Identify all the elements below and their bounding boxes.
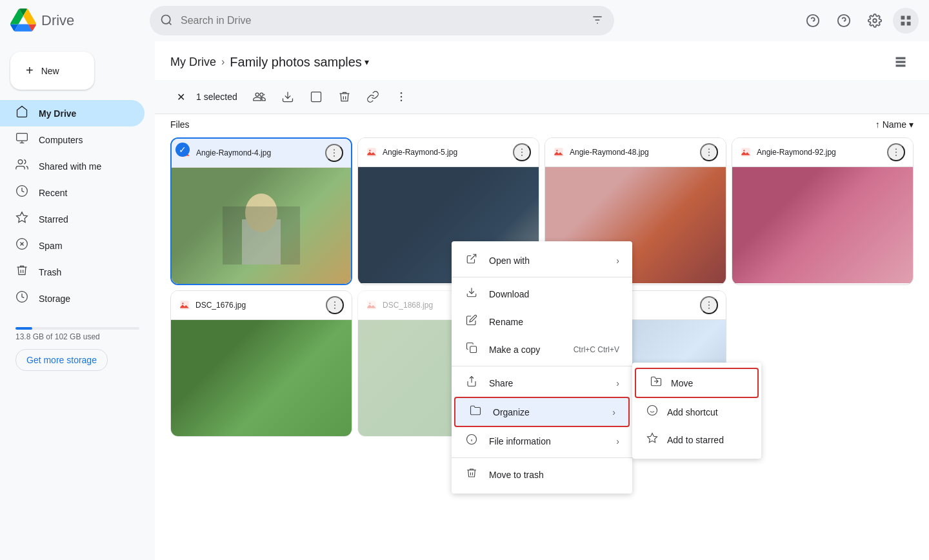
sidebar-item-label: Shared with me [39,161,129,172]
image-file-icon [740,146,752,158]
link-selected-button[interactable] [361,85,385,108]
svg-point-16 [18,160,23,165]
file-name: DSC_1676.jpg [195,301,246,310]
file-menu-button[interactable] [700,296,718,314]
ctx-file-info[interactable]: File information › [452,427,632,455]
sidebar-item-label: Trash [39,267,129,277]
header-right-icons [888,49,914,75]
file-card-angie4[interactable]: Angie-Raymond-4.jpg [170,137,352,285]
ctx-file-info-label: File information [489,436,606,446]
file-info: Angie-Raymond-92.jpg [740,146,836,158]
organize-submenu: Move Add shortcut Add to starred [632,363,761,459]
photo-preview-outdoor [171,320,352,436]
svg-point-51 [895,152,897,153]
svg-rect-13 [17,134,28,141]
svg-point-67 [708,308,710,309]
submenu-add-starred[interactable]: Add to starred [632,426,761,454]
sidebar-item-trash[interactable]: Trash [0,259,145,285]
breadcrumb-current[interactable]: Family photos samples ▾ [230,55,369,70]
svg-point-27 [401,92,403,94]
search-bar[interactable] [150,6,614,35]
file-card-header: Angie-Raymond-5.jpg [358,138,539,167]
svg-rect-58 [367,301,376,310]
sort-button[interactable]: ↑ Name ▾ [875,119,914,130]
check-overlay: ✓ [175,143,190,157]
ctx-rename-label: Rename [489,317,619,327]
file-card-header: Angie-Raymond-92.jpg [732,138,913,167]
sidebar-item-recent[interactable]: Recent [0,179,145,206]
svg-rect-11 [901,22,905,26]
ctx-share[interactable]: Share › [452,369,632,397]
recent-icon [15,185,28,201]
submenu-move-label: Move [671,378,744,388]
ctx-organize-label: Organize [493,407,602,417]
svg-rect-43 [554,148,563,157]
ctx-move-trash[interactable]: Move to trash [452,461,632,488]
storage-icon [15,290,28,306]
share-selected-button[interactable] [248,85,271,108]
storage-bar-bg [15,327,139,330]
file-menu-button[interactable] [887,143,905,161]
file-name: Angie-Raymond-5.jpg [383,148,457,157]
svg-marker-18 [17,212,28,223]
svg-point-8 [873,19,877,23]
sidebar-item-my-drive[interactable]: My Drive [0,100,145,126]
new-button-label: New [41,66,59,76]
sidebar-item-shared[interactable]: Shared with me [0,153,145,179]
content-header: My Drive › Family photos samples ▾ [155,41,929,80]
ctx-make-copy[interactable]: Make a copy Ctrl+C Ctrl+V [452,335,632,363]
search-filter-icon[interactable] [591,14,604,28]
file-info: DSC_1676.jpg [179,299,246,311]
file-menu-button[interactable] [513,143,531,161]
support-icon[interactable] [800,8,826,34]
file-card-dsc1676[interactable]: DSC_1676.jpg [170,290,352,437]
sidebar-item-label: Computers [39,135,129,145]
file-card-angie92[interactable]: Angie-Raymond-92.jpg [732,137,914,285]
file-menu-button[interactable] [700,143,718,161]
help-icon[interactable] [831,8,857,34]
search-input[interactable] [181,15,583,26]
file-preview [732,167,913,283]
svg-rect-10 [907,16,911,20]
download-selected-button[interactable] [276,85,299,108]
preview-selected-button[interactable] [305,85,328,108]
ctx-download[interactable]: Download [452,280,632,308]
settings-icon[interactable] [862,8,888,34]
sidebar-item-label: My Drive [39,108,129,119]
delete-selected-button[interactable] [333,85,356,108]
ctx-organize[interactable]: Organize › [454,397,630,427]
list-view-toggle[interactable] [888,49,914,75]
breadcrumb-parent[interactable]: My Drive [170,55,216,69]
svg-point-50 [895,148,897,150]
get-more-storage-button[interactable]: Get more storage [15,349,108,371]
ctx-open-with[interactable]: Open with › [452,246,632,274]
sidebar-item-spam[interactable]: Spam [0,232,145,259]
ctx-rename[interactable]: Rename [452,308,632,335]
starred-icon [15,211,28,227]
sidebar: + New My Drive Computers [0,41,155,560]
logo-area: Drive [10,7,139,35]
file-info: Angie-Raymond-4.jpg [179,147,271,159]
file-menu-button[interactable] [326,296,344,314]
submenu-add-shortcut[interactable]: Add shortcut [632,398,761,426]
storage-section: 13.8 GB of 102 GB used Get more storage [0,312,155,381]
close-selection-button[interactable]: ✕ [170,86,191,107]
file-menu-button[interactable] [325,144,343,162]
sidebar-item-storage[interactable]: Storage [0,285,145,312]
svg-point-47 [708,155,710,156]
sidebar-item-label: Starred [39,214,129,225]
svg-line-68 [471,254,476,259]
sidebar-item-starred[interactable]: Starred [0,206,145,232]
sidebar-item-label: Recent [39,188,129,198]
more-toolbar-button[interactable] [390,85,413,108]
sidebar-item-computers[interactable]: Computers [0,126,145,153]
copy-icon [464,342,479,357]
plus-icon: + [26,63,34,78]
sidebar-item-label: Storage [39,294,129,304]
new-button[interactable]: + New [10,52,94,90]
svg-point-39 [369,150,370,151]
svg-point-57 [334,308,335,309]
submenu-move[interactable]: Move [635,368,759,398]
grid-view-icon[interactable] [893,8,919,34]
ctx-arrow: › [616,436,619,446]
